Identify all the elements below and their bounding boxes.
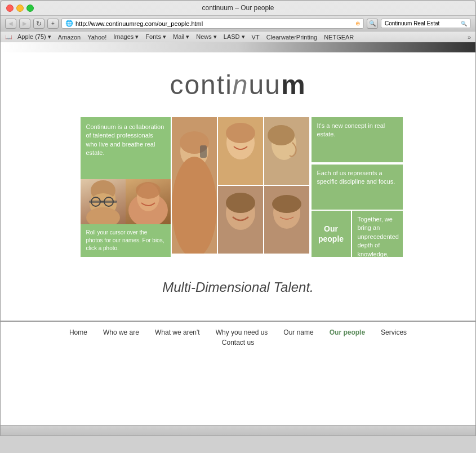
main-content: Continuum is a collaboration of talented… (1, 112, 475, 274)
svg-rect-14 (200, 145, 207, 158)
nav-services[interactable]: Services (373, 328, 415, 336)
bookmark-apple[interactable]: Apple (75) (14, 33, 55, 41)
address-bar: 🌐 ⊕ (61, 18, 364, 29)
cursor-instruction-box: Roll your cursor over the photos for our… (81, 224, 171, 257)
search-bar: 🔍 (381, 19, 471, 28)
forward-button[interactable]: ▶ (19, 19, 30, 29)
browser-window: continuum – Our people ◀ ▶ ↻ + 🌐 ⊕ 🔍 🔍 📖… (0, 0, 476, 436)
right-green-column: It's a new concept in real estate. Each … (312, 117, 403, 257)
nav-home[interactable]: Home (61, 328, 95, 336)
our-people-box: Our people (312, 211, 351, 257)
nav-our-people[interactable]: Our people (322, 328, 373, 336)
svg-point-10 (136, 182, 161, 199)
search-icon: 🔍 (461, 21, 467, 26)
zoom-button[interactable]: 🔍 (367, 19, 378, 29)
discipline-text: Each of us represents a specific discipl… (317, 170, 395, 185)
minimize-button[interactable] (16, 5, 24, 12)
our-people-label: Our people (316, 224, 346, 244)
bookmark-vt[interactable]: VT (248, 34, 263, 41)
bookmark-amazon[interactable]: Amazon (55, 34, 84, 41)
favicon: 🌐 (65, 20, 73, 27)
nav-who-we-are[interactable]: Who we are (95, 328, 147, 336)
bookmark-yahoo[interactable]: Yahoo! (84, 34, 110, 41)
intro-text-box: Continuum is a collaboration of talented… (81, 117, 171, 179)
right-section (264, 117, 309, 257)
back-button[interactable]: ◀ (5, 19, 16, 29)
bookmark-fonts[interactable]: Fonts (142, 33, 170, 41)
content-container: Continuum is a collaboration of talented… (81, 117, 396, 257)
bookmark-lasd[interactable]: LASD (220, 33, 248, 41)
svg-point-27 (272, 195, 301, 213)
refresh-button[interactable]: ↻ (33, 19, 45, 29)
nav-our-name[interactable]: Our name (275, 328, 321, 336)
bookmark-news[interactable]: News (193, 33, 220, 41)
bookmark-mail[interactable]: Mail (170, 33, 193, 41)
site-logo: continuum (1, 69, 475, 100)
search-input[interactable] (385, 20, 459, 26)
intro-text: Continuum is a collaboration of talented… (86, 123, 164, 156)
discipline-box: Each of us represents a specific discipl… (312, 165, 403, 210)
svg-point-18 (226, 123, 255, 143)
photo-woman-phone[interactable] (172, 117, 217, 254)
center-photo-grid (172, 117, 263, 257)
bookmarks-icon: 📖 (5, 34, 12, 40)
nav-why-you-need-us[interactable]: Why you need us (208, 328, 276, 336)
photo-man-smile[interactable] (218, 186, 263, 254)
left-column: Continuum is a collaboration of talented… (81, 117, 171, 257)
tagline: Multi-Dimensional Talent. (1, 274, 475, 298)
concept-text: It's a new concept in real estate. (317, 122, 385, 137)
footer-nav-row1: Home Who we are What we aren't Why you n… (1, 328, 475, 336)
logo-section: continuum (1, 52, 475, 112)
together-text: Together, we bring an unprecedented dept… (358, 216, 399, 274)
cursor-instruction: Roll your cursor over the photos for our… (86, 229, 164, 251)
together-box: Together, we bring an unprecedented dept… (352, 211, 403, 257)
small-photos-row (81, 179, 171, 224)
bookmarks-overflow[interactable]: » (468, 34, 471, 41)
bookmark-clearwater[interactable]: ClearwaterPrinting (263, 34, 321, 41)
title-bar: continuum – Our people (1, 1, 475, 15)
window-title: continuum – Our people (202, 4, 274, 12)
svg-point-24 (268, 125, 295, 145)
bookmark-netgear[interactable]: NETGEAR (321, 34, 357, 41)
photo-woman-smile[interactable] (126, 179, 171, 224)
nav-what-we-arent[interactable]: What we aren't (147, 328, 208, 336)
bookmarks-bar: 📖 Apple (75) Amazon Yahoo! Images Fonts … (1, 31, 475, 42)
photo-woman-glasses[interactable] (81, 179, 126, 224)
maximize-button[interactable] (26, 5, 34, 12)
window-buttons (6, 5, 34, 12)
rss-icon: ⊕ (355, 20, 360, 26)
footer-nav: Home Who we are What we aren't Why you n… (1, 321, 475, 356)
spacer (1, 298, 475, 321)
photo-woman-face[interactable] (218, 117, 263, 185)
photo-woman-asian[interactable] (264, 186, 309, 254)
svg-point-21 (226, 193, 255, 213)
close-button[interactable] (6, 5, 14, 12)
bottom-right-row: Our people Together, we bring an unprece… (312, 211, 403, 257)
concept-box: It's a new concept in real estate. (312, 117, 403, 162)
status-bar (1, 425, 475, 436)
nav-contact-us[interactable]: Contact us (214, 339, 262, 347)
page-content: continuum Continuum is a collaboration o… (1, 42, 475, 425)
nav-bar: ◀ ▶ ↻ + 🌐 ⊕ 🔍 🔍 (1, 15, 475, 31)
top-decorative-bar (1, 42, 475, 52)
new-tab-button[interactable]: + (47, 19, 59, 29)
address-input[interactable] (75, 20, 353, 27)
svg-point-15 (172, 157, 217, 254)
footer-nav-row2: Contact us (1, 339, 475, 347)
bookmark-images[interactable]: Images (110, 33, 142, 41)
photo-woman-profile[interactable] (264, 117, 309, 185)
